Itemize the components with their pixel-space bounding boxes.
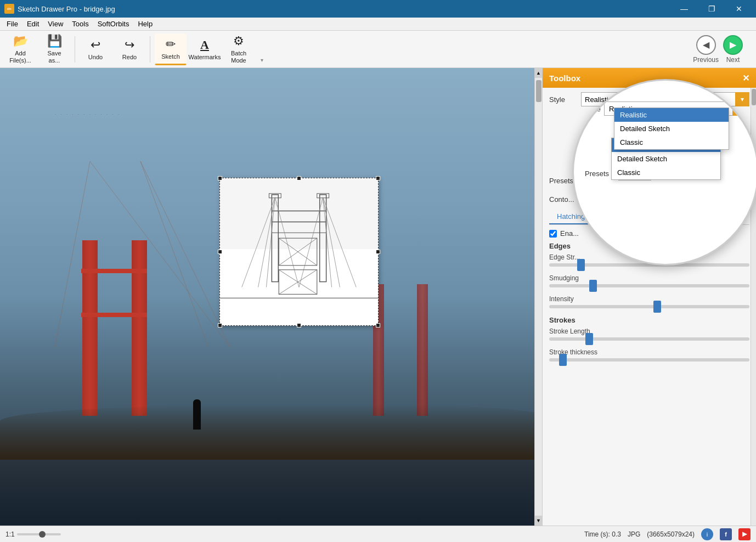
next-label: Next	[726, 56, 740, 64]
window-title: Sketch Drawer Pro - bridge.jpg	[18, 5, 115, 13]
handle-top-center[interactable]	[297, 176, 301, 180]
dropdown-item-detailed-sketch[interactable]: Detailed Sketch	[614, 122, 729, 136]
handle-bottom-left[interactable]	[218, 323, 222, 328]
contour-row: Conto... ≡ ≈	[549, 193, 749, 205]
smudging-slider-row: Smudging	[549, 274, 749, 287]
batch-mode-icon: ⚙	[233, 34, 244, 48]
zoom-ratio-label: 1:1	[5, 530, 15, 538]
handle-bottom-center[interactable]	[297, 323, 301, 328]
handle-middle-left[interactable]	[218, 250, 222, 254]
handle-bottom-right[interactable]	[376, 323, 380, 328]
enable-checkbox[interactable]	[549, 230, 557, 238]
intensity-thumb[interactable]	[653, 301, 661, 313]
canvas-area[interactable]: · · · · · · · · · · · ·	[0, 68, 542, 526]
undo-icon: ↩	[91, 38, 100, 52]
preset-default-button[interactable]: Default	[585, 172, 749, 189]
stroke-length-thumb[interactable]	[585, 333, 593, 345]
handle-middle-right[interactable]	[376, 250, 380, 254]
svg-line-1	[140, 161, 230, 348]
redo-label: Redo	[122, 54, 137, 60]
format-label: JPG	[628, 530, 640, 538]
style-dropdown: Realistic Detailed Sketch Classic	[614, 108, 729, 150]
stroke-thickness-track[interactable]	[549, 358, 749, 362]
menu-bar: File Edit View Tools SoftOrbits Help	[0, 18, 756, 31]
intensity-slider-row: Intensity	[549, 295, 749, 308]
close-button[interactable]: ✕	[726, 0, 752, 18]
dropdown-item-classic[interactable]: Classic	[614, 136, 729, 149]
style-selected-value: Realistic	[585, 95, 612, 104]
dropdown-item-realistic[interactable]: Realistic	[614, 108, 729, 122]
menu-view[interactable]: View	[43, 18, 67, 31]
facebook-icon-btn[interactable]: f	[720, 528, 732, 540]
svg-line-3	[140, 161, 208, 348]
contour-icon-2[interactable]: ≈	[603, 193, 618, 205]
toolbar-expand-icon[interactable]: ▾	[257, 57, 263, 63]
main-content: · · · · · · · · · · · ·	[0, 68, 756, 526]
save-as-button[interactable]: 💾 Save as...	[38, 33, 70, 65]
smudging-thumb[interactable]	[589, 280, 597, 292]
youtube-icon-btn[interactable]: ▶	[738, 528, 751, 540]
edge-str-track[interactable]	[549, 263, 749, 267]
toolbox-scroll-thumb[interactable]	[752, 89, 756, 105]
sketch-button[interactable]: ✏ Sketch	[155, 33, 187, 65]
selection-box[interactable]	[219, 178, 379, 326]
edge-str-thumb[interactable]	[577, 259, 585, 271]
tab-colorize[interactable]: Colorize	[593, 210, 634, 224]
title-bar-left: ✏ Sketch Drawer Pro - bridge.jpg	[4, 4, 115, 14]
stroke-thickness-thumb[interactable]	[559, 354, 567, 366]
smudging-label: Smudging	[549, 274, 749, 282]
scroll-thumb[interactable]	[536, 80, 541, 102]
bridge-sketch-svg	[220, 178, 378, 325]
add-files-button[interactable]: 📂 Add File(s)...	[4, 33, 36, 65]
watermarks-button[interactable]: A Watermarks	[189, 33, 221, 65]
toolbox-close-button[interactable]: ✕	[742, 73, 749, 83]
watermarks-label: Watermarks	[189, 54, 221, 60]
undo-button[interactable]: ↩ Undo	[80, 33, 111, 65]
previous-button[interactable]: ◀	[696, 35, 716, 55]
menu-edit[interactable]: Edit	[22, 18, 43, 31]
zoom-slider-track[interactable]	[17, 533, 61, 535]
canvas-scrollbar-v[interactable]: ▲ ▼	[534, 68, 542, 526]
menu-file[interactable]: File	[2, 18, 22, 31]
intensity-track[interactable]	[549, 305, 749, 308]
app-icon: ✏	[4, 4, 14, 14]
batch-mode-label: Batch Mode	[231, 50, 246, 64]
stroke-thickness-label: Stroke thickness	[549, 348, 749, 356]
style-dropdown-arrow: ▾	[735, 92, 749, 106]
tabs-row: Hatching Colorize	[549, 210, 749, 225]
style-select-box[interactable]: Realistic ▾	[581, 92, 749, 106]
handle-top-left[interactable]	[218, 176, 222, 180]
dimensions-label: (3665x5079x24)	[647, 530, 695, 538]
contour-label: Conto...	[549, 195, 581, 204]
menu-tools[interactable]: Tools	[67, 18, 93, 31]
save-as-label: Save as...	[47, 50, 61, 64]
previous-label: Previous	[693, 56, 719, 64]
toolbox-scrollbar[interactable]	[751, 88, 756, 526]
smudging-track[interactable]	[549, 284, 749, 287]
sketch-icon: ✏	[166, 37, 176, 52]
next-button[interactable]: ▶	[723, 35, 743, 55]
handle-top-right[interactable]	[376, 176, 380, 180]
contour-icon-1[interactable]: ≡	[585, 193, 601, 205]
scroll-up-arrow[interactable]: ▲	[535, 68, 543, 78]
scroll-down-arrow[interactable]: ▼	[535, 516, 543, 526]
add-files-icon: 📂	[13, 34, 28, 48]
style-row: Style Realistic ▾ Realistic Detailed Ske…	[549, 92, 749, 106]
menu-help[interactable]: Help	[133, 18, 157, 31]
info-icon-btn[interactable]: i	[701, 528, 713, 540]
toolbox-title: Toolbox	[549, 74, 580, 83]
tab-hatching[interactable]: Hatching	[549, 210, 593, 224]
stroke-length-track[interactable]	[549, 337, 749, 341]
watermarks-icon: A	[200, 38, 209, 52]
save-as-icon: 💾	[47, 34, 62, 48]
redo-button[interactable]: ↪ Redo	[114, 33, 145, 65]
presets-row: Presets Default	[549, 172, 749, 189]
maximize-button[interactable]: ❐	[699, 0, 724, 18]
intensity-label: Intensity	[549, 295, 749, 303]
style-label: Style	[549, 95, 577, 104]
minimize-button[interactable]: —	[672, 0, 697, 18]
edge-str-slider-row: Edge Str...	[549, 253, 749, 267]
menu-softorbits[interactable]: SoftOrbits	[93, 18, 134, 31]
batch-mode-button[interactable]: ⚙ Batch Mode	[223, 33, 255, 65]
zoom-slider-thumb[interactable]	[39, 531, 46, 538]
